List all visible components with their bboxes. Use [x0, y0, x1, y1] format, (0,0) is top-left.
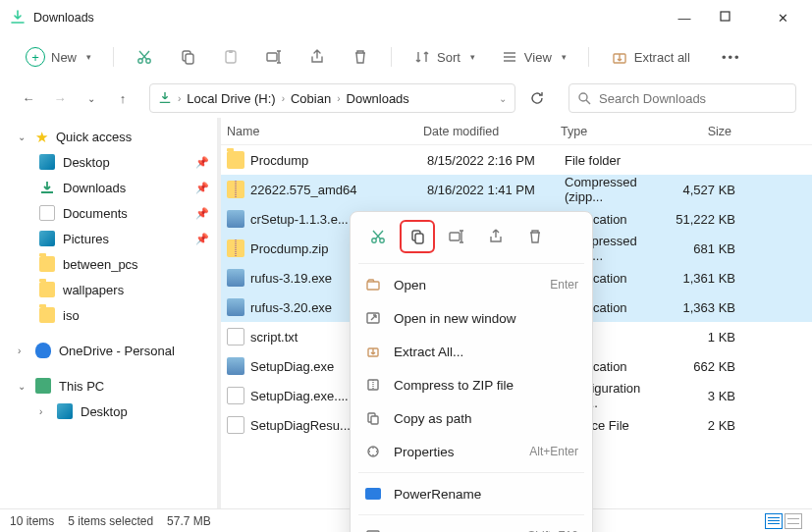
breadcrumb-seg[interactable]: Cobian — [291, 91, 331, 106]
svg-rect-13 — [415, 234, 423, 243]
maximize-button[interactable] — [720, 11, 747, 26]
sidebar-folder[interactable]: between_pcs — [4, 251, 217, 277]
ctx-cut-button[interactable] — [360, 220, 396, 253]
sidebar-thispc[interactable]: ⌄This PC — [4, 373, 217, 399]
ctx-open-new-window[interactable]: Open in new window — [356, 301, 586, 335]
folder-icon — [39, 256, 55, 272]
search-icon — [577, 91, 591, 105]
breadcrumb[interactable]: › Local Drive (H:) › Cobian › Downloads … — [149, 83, 515, 113]
search-input[interactable] — [599, 91, 787, 106]
trash-icon — [352, 48, 369, 66]
svg-rect-4 — [186, 54, 193, 64]
rename-button[interactable] — [255, 42, 293, 72]
window-title: Downloads — [33, 11, 671, 25]
chevron-down-icon[interactable]: ⌄ — [499, 93, 507, 104]
ctx-extract-all[interactable]: Extract All... — [356, 335, 586, 368]
paste-button[interactable] — [212, 42, 249, 72]
forward-button[interactable]: → — [47, 85, 73, 111]
ctx-show-more[interactable]: Show more optionsShift+F10 — [356, 519, 586, 532]
app-icon — [227, 298, 244, 316]
sidebar-quick-access[interactable]: ⌄ ★ Quick access — [4, 124, 217, 149]
sidebar-downloads[interactable]: Downloads📌 — [4, 175, 217, 200]
app-icon — [227, 357, 244, 375]
svg-rect-15 — [367, 282, 379, 290]
ctx-rename-button[interactable] — [439, 220, 474, 253]
breadcrumb-root[interactable]: Local Drive (H:) — [187, 91, 275, 106]
ctx-powerrename[interactable]: PowerRename — [356, 477, 586, 510]
sidebar-tp-desktop[interactable]: ›Desktop — [4, 399, 217, 424]
cell-size: 4,527 KB — [673, 183, 751, 197]
close-button[interactable]: ✕ — [769, 11, 796, 26]
ctx-open[interactable]: OpenEnter — [356, 268, 586, 301]
col-date[interactable]: Date modified — [423, 125, 561, 138]
sidebar-folder[interactable]: wallpapers — [4, 277, 217, 302]
back-button[interactable]: ← — [16, 85, 41, 111]
downloads-icon — [10, 10, 26, 26]
cell-date: 8/15/2022 2:16 PM — [427, 153, 565, 168]
share-icon — [308, 48, 326, 66]
cell-size: 1,363 KB — [673, 300, 751, 315]
file-row[interactable]: Procdump8/15/2022 2:16 PMFile folder — [221, 145, 812, 175]
title-bar: Downloads ― ✕ — [0, 0, 812, 35]
search-box[interactable] — [568, 83, 796, 113]
ctx-delete-button[interactable] — [517, 220, 553, 253]
sidebar-onedrive[interactable]: ›OneDrive - Personal — [4, 338, 217, 363]
cut-button[interactable] — [126, 42, 163, 72]
ctx-copy-path[interactable]: Copy as path — [356, 401, 586, 435]
svg-rect-14 — [450, 233, 460, 240]
extract-icon — [364, 343, 382, 360]
sidebar-desktop[interactable]: Desktop📌 — [4, 149, 217, 175]
toolbar: + New Sort View Extract all ••• — [0, 35, 812, 79]
desktop-icon — [39, 154, 55, 170]
context-menu: OpenEnter Open in new window Extract All… — [350, 211, 593, 532]
cell-type: File folder — [565, 153, 673, 168]
details-view-button[interactable] — [765, 513, 783, 529]
zip-icon — [227, 181, 244, 198]
col-type[interactable]: Type — [561, 125, 669, 138]
minimize-button[interactable]: ― — [671, 11, 698, 26]
ctx-share-button[interactable] — [478, 220, 514, 253]
rename-icon — [265, 48, 283, 66]
chevron-right-icon: › — [18, 346, 27, 356]
cell-size: 3 KB — [673, 389, 751, 403]
view-button[interactable]: View — [491, 42, 576, 72]
open-icon — [364, 276, 382, 293]
desktop-icon — [57, 403, 73, 419]
more-icon — [364, 527, 382, 532]
new-button[interactable]: + New — [16, 41, 101, 73]
more-button[interactable]: ••• — [712, 44, 751, 71]
app-icon — [227, 210, 244, 228]
ellipsis-icon: ••• — [722, 50, 741, 65]
ctx-copy-button[interactable] — [400, 220, 435, 253]
chevron-down-icon: ⌄ — [18, 132, 27, 142]
sidebar-pictures[interactable]: Pictures📌 — [4, 226, 217, 251]
sort-button[interactable]: Sort — [404, 42, 485, 72]
refresh-button[interactable] — [529, 90, 555, 106]
file-row[interactable]: 22622.575_amd648/16/2022 1:41 PMCompress… — [221, 175, 812, 204]
sidebar-folder[interactable]: iso — [4, 302, 217, 328]
thumbnails-view-button[interactable] — [785, 513, 802, 529]
cell-date: 8/16/2022 1:41 PM — [427, 183, 565, 197]
up-button[interactable]: ↑ — [110, 85, 135, 111]
sidebar-documents[interactable]: Documents📌 — [4, 200, 217, 226]
properties-icon — [364, 443, 382, 460]
cell-size: 51,222 KB — [673, 212, 751, 227]
copy-button[interactable] — [169, 42, 206, 72]
delete-button[interactable] — [342, 42, 379, 72]
column-grip-icon[interactable]: ︿ — [512, 118, 521, 122]
recent-dropdown[interactable]: ⌄ — [79, 85, 104, 111]
col-size[interactable]: Size — [669, 125, 747, 138]
col-name[interactable]: Name — [227, 125, 423, 138]
sort-icon — [413, 48, 431, 66]
ctx-compress[interactable]: Compress to ZIP file — [356, 368, 586, 401]
extract-icon — [611, 48, 628, 66]
extract-all-button[interactable]: Extract all — [601, 42, 700, 72]
share-button[interactable] — [298, 42, 336, 72]
breadcrumb-seg[interactable]: Downloads — [347, 91, 409, 106]
paste-icon — [222, 48, 240, 66]
pin-icon: 📌 — [195, 156, 209, 169]
ctx-properties[interactable]: PropertiesAlt+Enter — [356, 435, 586, 468]
cell-type: Compressed (zipp... — [565, 175, 673, 204]
folder-icon — [39, 282, 55, 297]
cell-name: 22622.575_amd64 — [250, 183, 427, 197]
